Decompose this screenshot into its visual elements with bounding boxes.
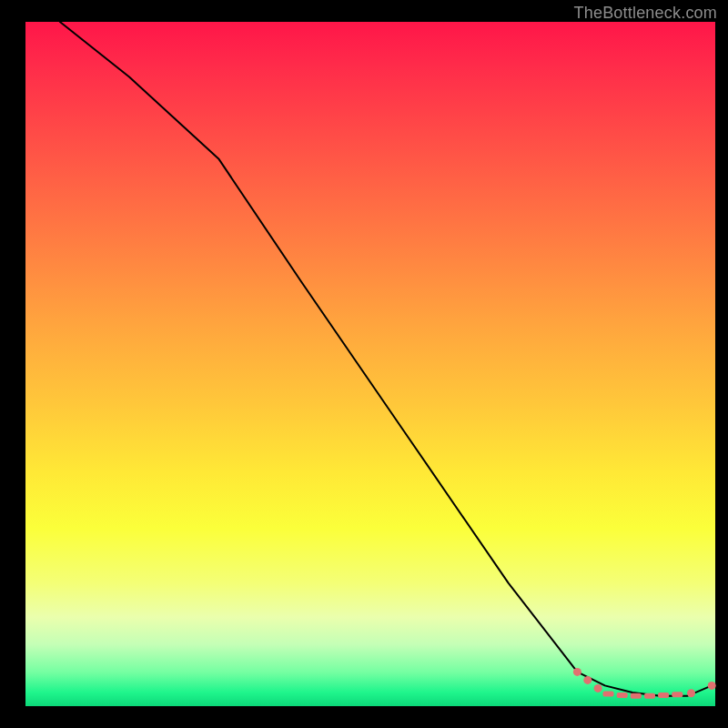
watermark-label: TheBottleneck.com bbox=[574, 4, 717, 23]
chart-container: TheBottleneck.com bbox=[0, 0, 728, 728]
plot-background-gradient bbox=[25, 22, 715, 706]
